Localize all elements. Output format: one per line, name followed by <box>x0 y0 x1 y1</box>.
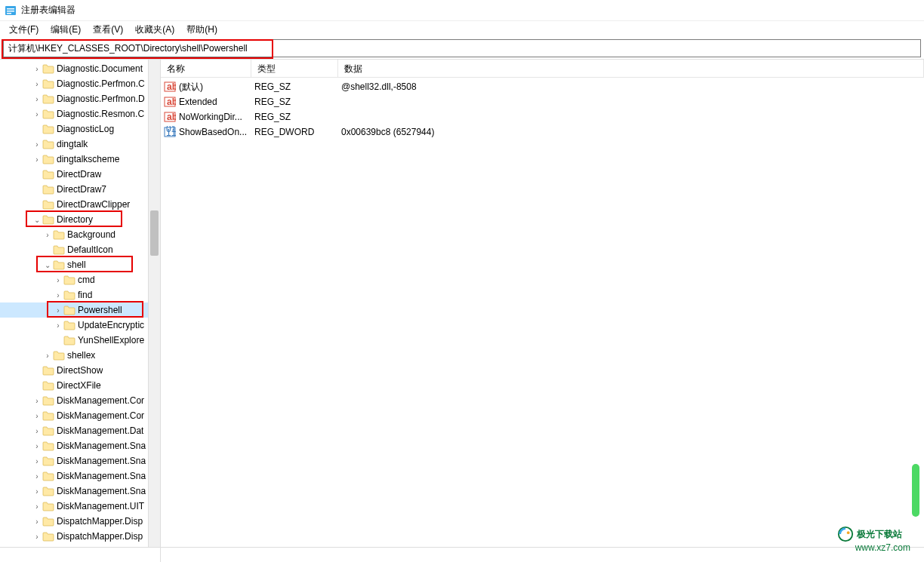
tree-item[interactable]: ›Diagnostic.Resmon.C <box>0 106 160 121</box>
chevron-icon[interactable]: › <box>32 533 42 541</box>
tree-item[interactable]: ⌄shell <box>0 257 160 272</box>
value-row[interactable]: 011110ShowBasedOn...REG_DWORD0x00639bc8 … <box>161 124 924 140</box>
tree-item[interactable]: ›DiskManagement.Dat <box>0 423 160 438</box>
tree-item[interactable]: ›cmd <box>0 272 160 287</box>
chevron-icon[interactable]: › <box>32 517 42 526</box>
value-type: REG_SZ <box>254 97 341 107</box>
tree-item[interactable]: DirectDraw7 <box>0 182 160 197</box>
menu-edit[interactable]: 编辑(E) <box>45 22 87 38</box>
tree-item[interactable]: DirectDrawClipper <box>0 197 160 212</box>
value-row[interactable]: abExtendedREG_SZ <box>161 94 924 109</box>
chevron-icon[interactable]: › <box>32 65 42 73</box>
tree-item[interactable]: ›DiskManagement.Cor <box>0 393 160 408</box>
chevron-icon[interactable]: › <box>32 80 42 88</box>
column-header-data[interactable]: 数据 <box>338 60 924 77</box>
tree-item[interactable]: ›DiskManagement.UIT <box>0 499 160 514</box>
chevron-icon[interactable]: › <box>32 95 42 103</box>
tree-item[interactable]: ›Powershell <box>0 302 160 318</box>
statusbar <box>0 547 924 562</box>
tree-item[interactable]: ›shellex <box>0 348 160 363</box>
tree-item[interactable]: ›Background <box>0 227 160 242</box>
tree-item-label: DirectDraw7 <box>57 184 106 195</box>
tree-item[interactable]: ›UpdateEncryptic <box>0 318 160 333</box>
chevron-icon[interactable]: › <box>32 140 42 149</box>
tree-item[interactable]: ›find <box>0 287 160 302</box>
svg-text:ab: ab <box>167 112 176 122</box>
tree-item[interactable]: DiagnosticLog <box>0 121 160 137</box>
tree-item[interactable]: ›Diagnostic.Document <box>0 61 160 76</box>
tree-item-label: DispatchMapper.Disp <box>57 531 143 542</box>
address-input[interactable] <box>8 43 916 54</box>
tree-item-label: Diagnostic.Perfmon.D <box>57 94 145 104</box>
chevron-icon[interactable]: › <box>32 427 42 435</box>
chevron-icon[interactable]: › <box>32 472 42 481</box>
value-type: REG_SZ <box>254 81 341 92</box>
chevron-icon[interactable]: › <box>53 321 63 330</box>
chevron-icon[interactable]: › <box>32 412 42 420</box>
tree-item[interactable]: DirectDraw <box>0 167 160 182</box>
tree-item[interactable]: DefaultIcon <box>0 242 160 257</box>
registry-tree[interactable]: ›Diagnostic.Document›Diagnostic.Perfmon.… <box>0 60 160 547</box>
tree-item[interactable]: ›dllfile <box>0 544 160 547</box>
tree-item-label: cmd <box>78 275 95 285</box>
tree-item-label: shell <box>67 260 86 270</box>
svg-text:110: 110 <box>166 127 176 138</box>
tree-item[interactable]: ›DiskManagement.Sna <box>0 438 160 453</box>
chevron-icon[interactable]: ⌄ <box>42 261 53 269</box>
column-header-type[interactable]: 类型 <box>251 60 338 77</box>
tree-item-label: DirectDraw <box>57 169 101 180</box>
window-title: 注册表编辑器 <box>21 4 75 17</box>
main-scrollbar[interactable] <box>910 120 921 532</box>
tree-scrollbar[interactable] <box>148 60 160 547</box>
tree-item-label: DirectXFile <box>57 380 101 391</box>
tree-item[interactable]: ›DiskManagement.Cor <box>0 408 160 423</box>
addressbar[interactable] <box>3 39 921 57</box>
tree-item[interactable]: ⌄Directory <box>0 212 160 227</box>
column-header-name[interactable]: 名称 <box>161 60 251 77</box>
chevron-icon[interactable]: › <box>32 442 42 450</box>
tree-item-label: DefaultIcon <box>67 244 113 255</box>
tree-item-label: dllfile <box>57 546 77 547</box>
tree-item[interactable]: ›Diagnostic.Perfmon.D <box>0 91 160 106</box>
chevron-icon[interactable]: › <box>32 397 42 405</box>
tree-item[interactable]: ›Diagnostic.Perfmon.C <box>0 76 160 91</box>
svg-rect-1 <box>7 8 14 10</box>
tree-item[interactable]: ›dingtalk <box>0 137 160 152</box>
chevron-icon[interactable]: › <box>32 457 42 465</box>
menu-view[interactable]: 查看(V) <box>87 22 129 38</box>
chevron-icon[interactable]: › <box>32 487 42 496</box>
chevron-icon[interactable]: › <box>53 276 63 284</box>
tree-scrollbar-thumb[interactable] <box>150 210 159 256</box>
tree-item-label: DirectDrawClipper <box>57 199 130 210</box>
svg-rect-3 <box>7 13 11 14</box>
main-scrollbar-thumb[interactable] <box>912 464 919 517</box>
tree-item-label: DirectShow <box>57 365 103 376</box>
tree-item[interactable]: ›DiskManagement.Sna <box>0 468 160 484</box>
chevron-icon[interactable]: ⌄ <box>32 216 42 224</box>
chevron-icon[interactable]: › <box>32 155 42 164</box>
value-row[interactable]: ab(默认)REG_SZ@shell32.dll,-8508 <box>161 79 924 94</box>
tree-item[interactable]: YunShellExplore <box>0 333 160 348</box>
value-row[interactable]: abNoWorkingDir...REG_SZ <box>161 109 924 124</box>
tree-item[interactable]: ›DispatchMapper.Disp <box>0 514 160 529</box>
menu-help[interactable]: 帮助(H) <box>180 22 223 38</box>
tree-item[interactable]: ›DiskManagement.Sna <box>0 484 160 499</box>
value-list[interactable]: ab(默认)REG_SZ@shell32.dll,-8508abExtended… <box>161 78 924 140</box>
menu-file[interactable]: 文件(F) <box>3 22 45 38</box>
tree-item[interactable]: DirectXFile <box>0 378 160 393</box>
menu-favorites[interactable]: 收藏夹(A) <box>129 22 180 38</box>
chevron-icon[interactable]: › <box>42 352 53 360</box>
tree-item[interactable]: ›DiskManagement.Sna <box>0 453 160 468</box>
chevron-icon[interactable]: › <box>42 231 53 239</box>
chevron-icon[interactable]: › <box>32 110 42 118</box>
tree-item[interactable]: ›dingtalkscheme <box>0 152 160 167</box>
content: ›Diagnostic.Document›Diagnostic.Perfmon.… <box>0 59 924 547</box>
chevron-icon[interactable]: › <box>32 502 42 511</box>
tree-item-label: DiskManagement.Cor <box>57 395 144 406</box>
tree-item[interactable]: DirectShow <box>0 363 160 378</box>
chevron-icon[interactable]: › <box>53 291 63 299</box>
tree-item[interactable]: ›DispatchMapper.Disp <box>0 529 160 544</box>
tree-item-label: DiskManagement.UIT <box>57 501 144 511</box>
tree-item-label: dingtalk <box>57 139 88 149</box>
chevron-icon[interactable]: › <box>53 306 63 315</box>
